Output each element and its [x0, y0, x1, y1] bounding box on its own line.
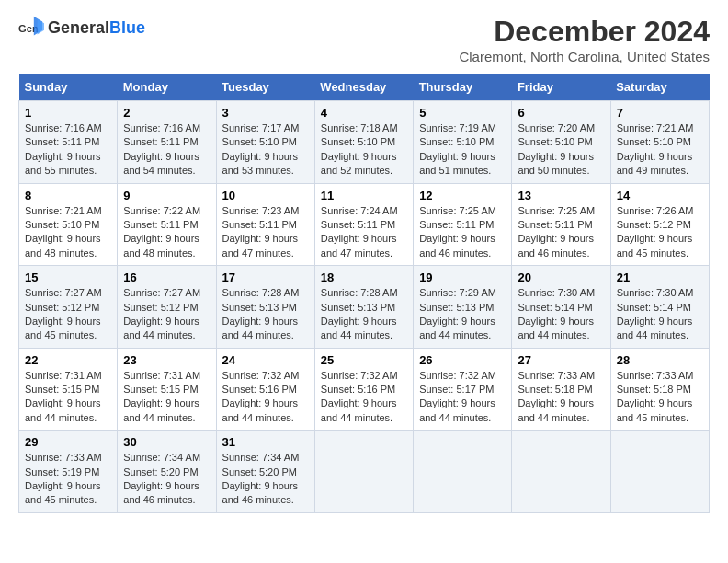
- day-info: Sunrise: 7:31 AM Sunset: 5:15 PM Dayligh…: [123, 369, 210, 426]
- day-info: Sunrise: 7:28 AM Sunset: 5:13 PM Dayligh…: [321, 286, 407, 343]
- day-number: 19: [419, 270, 506, 284]
- day-number: 1: [25, 106, 111, 120]
- day-info: Sunrise: 7:30 AM Sunset: 5:14 PM Dayligh…: [518, 286, 604, 343]
- day-info: Sunrise: 7:25 AM Sunset: 5:11 PM Dayligh…: [518, 204, 604, 261]
- day-info: Sunrise: 7:34 AM Sunset: 5:20 PM Dayligh…: [123, 451, 210, 508]
- day-info: Sunrise: 7:23 AM Sunset: 5:11 PM Dayligh…: [222, 204, 309, 261]
- week-row-1: 1 Sunrise: 7:16 AM Sunset: 5:11 PM Dayli…: [19, 101, 710, 184]
- day-cell: 17 Sunrise: 7:28 AM Sunset: 5:13 PM Dayl…: [216, 266, 314, 349]
- day-info: Sunrise: 7:29 AM Sunset: 5:13 PM Dayligh…: [419, 286, 506, 343]
- day-info: Sunrise: 7:16 AM Sunset: 5:11 PM Dayligh…: [25, 121, 111, 178]
- day-number: 10: [222, 189, 309, 202]
- logo: Gen GeneralBlue: [18, 15, 145, 40]
- day-number: 3: [222, 106, 309, 120]
- day-cell: 21 Sunrise: 7:30 AM Sunset: 5:14 PM Dayl…: [610, 266, 709, 349]
- day-cell: 3 Sunrise: 7:17 AM Sunset: 5:10 PM Dayli…: [216, 101, 314, 184]
- day-number: 2: [123, 106, 210, 120]
- day-cell: 12 Sunrise: 7:25 AM Sunset: 5:11 PM Dayl…: [414, 183, 512, 266]
- day-number: 31: [222, 435, 309, 449]
- day-cell: 10 Sunrise: 7:23 AM Sunset: 5:11 PM Dayl…: [216, 183, 314, 266]
- title-area: December 2024 Claremont, North Carolina,…: [459, 15, 710, 64]
- header-row: SundayMondayTuesdayWednesdayThursdayFrid…: [19, 74, 710, 101]
- day-info: Sunrise: 7:32 AM Sunset: 5:16 PM Dayligh…: [222, 369, 309, 426]
- day-cell: 31 Sunrise: 7:34 AM Sunset: 5:20 PM Dayl…: [216, 431, 314, 513]
- day-info: Sunrise: 7:21 AM Sunset: 5:10 PM Dayligh…: [617, 121, 703, 178]
- day-cell: [414, 431, 512, 513]
- header-friday: Friday: [512, 74, 610, 101]
- day-cell: 7 Sunrise: 7:21 AM Sunset: 5:10 PM Dayli…: [610, 101, 709, 184]
- day-info: Sunrise: 7:33 AM Sunset: 5:19 PM Dayligh…: [25, 451, 111, 508]
- day-cell: 23 Sunrise: 7:31 AM Sunset: 5:15 PM Dayl…: [118, 348, 216, 431]
- day-info: Sunrise: 7:22 AM Sunset: 5:11 PM Dayligh…: [123, 204, 210, 261]
- day-number: 24: [222, 353, 309, 367]
- day-number: 25: [321, 353, 407, 367]
- day-info: Sunrise: 7:31 AM Sunset: 5:15 PM Dayligh…: [25, 369, 111, 426]
- day-cell: [610, 431, 709, 513]
- day-number: 16: [123, 270, 210, 284]
- day-info: Sunrise: 7:33 AM Sunset: 5:18 PM Dayligh…: [617, 369, 703, 426]
- day-info: Sunrise: 7:27 AM Sunset: 5:12 PM Dayligh…: [123, 286, 210, 343]
- day-number: 21: [617, 270, 703, 284]
- day-cell: 20 Sunrise: 7:30 AM Sunset: 5:14 PM Dayl…: [512, 266, 610, 349]
- day-cell: 19 Sunrise: 7:29 AM Sunset: 5:13 PM Dayl…: [414, 266, 512, 349]
- day-number: 26: [419, 353, 506, 367]
- day-cell: 16 Sunrise: 7:27 AM Sunset: 5:12 PM Dayl…: [118, 266, 216, 349]
- day-info: Sunrise: 7:19 AM Sunset: 5:10 PM Dayligh…: [419, 121, 506, 178]
- day-info: Sunrise: 7:21 AM Sunset: 5:10 PM Dayligh…: [25, 204, 111, 261]
- header-tuesday: Tuesday: [216, 74, 314, 101]
- header-wednesday: Wednesday: [314, 74, 413, 101]
- day-cell: 2 Sunrise: 7:16 AM Sunset: 5:11 PM Dayli…: [118, 101, 216, 184]
- day-cell: [314, 431, 413, 513]
- day-cell: 28 Sunrise: 7:33 AM Sunset: 5:18 PM Dayl…: [610, 348, 709, 431]
- logo-text-general: General: [48, 18, 109, 37]
- day-number: 6: [518, 106, 604, 120]
- calendar-body: 1 Sunrise: 7:16 AM Sunset: 5:11 PM Dayli…: [19, 101, 710, 513]
- main-title: December 2024: [459, 15, 710, 49]
- logo-text: GeneralBlue: [48, 18, 145, 38]
- day-number: 9: [123, 189, 210, 202]
- day-number: 17: [222, 270, 309, 284]
- day-number: 14: [617, 189, 703, 202]
- day-info: Sunrise: 7:17 AM Sunset: 5:10 PM Dayligh…: [222, 121, 309, 178]
- day-info: Sunrise: 7:20 AM Sunset: 5:10 PM Dayligh…: [518, 121, 604, 178]
- week-row-2: 8 Sunrise: 7:21 AM Sunset: 5:10 PM Dayli…: [19, 183, 710, 266]
- day-cell: 5 Sunrise: 7:19 AM Sunset: 5:10 PM Dayli…: [414, 101, 512, 184]
- day-cell: 4 Sunrise: 7:18 AM Sunset: 5:10 PM Dayli…: [314, 101, 413, 184]
- day-number: 5: [419, 106, 506, 120]
- day-info: Sunrise: 7:28 AM Sunset: 5:13 PM Dayligh…: [222, 286, 309, 343]
- logo-icon: Gen: [18, 15, 44, 40]
- day-number: 28: [617, 353, 703, 367]
- day-info: Sunrise: 7:16 AM Sunset: 5:11 PM Dayligh…: [123, 121, 210, 178]
- header-monday: Monday: [118, 74, 216, 101]
- day-cell: 25 Sunrise: 7:32 AM Sunset: 5:16 PM Dayl…: [314, 348, 413, 431]
- day-cell: [512, 431, 610, 513]
- calendar-header: SundayMondayTuesdayWednesdayThursdayFrid…: [19, 74, 710, 101]
- header-saturday: Saturday: [610, 74, 709, 101]
- day-info: Sunrise: 7:30 AM Sunset: 5:14 PM Dayligh…: [617, 286, 703, 343]
- day-cell: 22 Sunrise: 7:31 AM Sunset: 5:15 PM Dayl…: [19, 348, 118, 431]
- day-cell: 6 Sunrise: 7:20 AM Sunset: 5:10 PM Dayli…: [512, 101, 610, 184]
- day-info: Sunrise: 7:26 AM Sunset: 5:12 PM Dayligh…: [617, 204, 703, 261]
- day-number: 29: [25, 435, 111, 449]
- day-number: 18: [321, 270, 407, 284]
- day-info: Sunrise: 7:32 AM Sunset: 5:17 PM Dayligh…: [419, 369, 506, 426]
- day-cell: 8 Sunrise: 7:21 AM Sunset: 5:10 PM Dayli…: [19, 183, 118, 266]
- day-info: Sunrise: 7:25 AM Sunset: 5:11 PM Dayligh…: [419, 204, 506, 261]
- week-row-3: 15 Sunrise: 7:27 AM Sunset: 5:12 PM Dayl…: [19, 266, 710, 349]
- day-number: 15: [25, 270, 111, 284]
- day-number: 23: [123, 353, 210, 367]
- day-number: 12: [419, 189, 506, 202]
- week-row-5: 29 Sunrise: 7:33 AM Sunset: 5:19 PM Dayl…: [19, 431, 710, 513]
- week-row-4: 22 Sunrise: 7:31 AM Sunset: 5:15 PM Dayl…: [19, 348, 710, 431]
- day-number: 22: [25, 353, 111, 367]
- day-cell: 1 Sunrise: 7:16 AM Sunset: 5:11 PM Dayli…: [19, 101, 118, 184]
- day-info: Sunrise: 7:32 AM Sunset: 5:16 PM Dayligh…: [321, 369, 407, 426]
- day-number: 30: [123, 435, 210, 449]
- header-sunday: Sunday: [19, 74, 118, 101]
- day-number: 13: [518, 189, 604, 202]
- logo-text-blue: Blue: [109, 18, 145, 37]
- day-info: Sunrise: 7:18 AM Sunset: 5:10 PM Dayligh…: [321, 121, 407, 178]
- calendar-table: SundayMondayTuesdayWednesdayThursdayFrid…: [18, 74, 710, 513]
- day-info: Sunrise: 7:24 AM Sunset: 5:11 PM Dayligh…: [321, 204, 407, 261]
- day-cell: 24 Sunrise: 7:32 AM Sunset: 5:16 PM Dayl…: [216, 348, 314, 431]
